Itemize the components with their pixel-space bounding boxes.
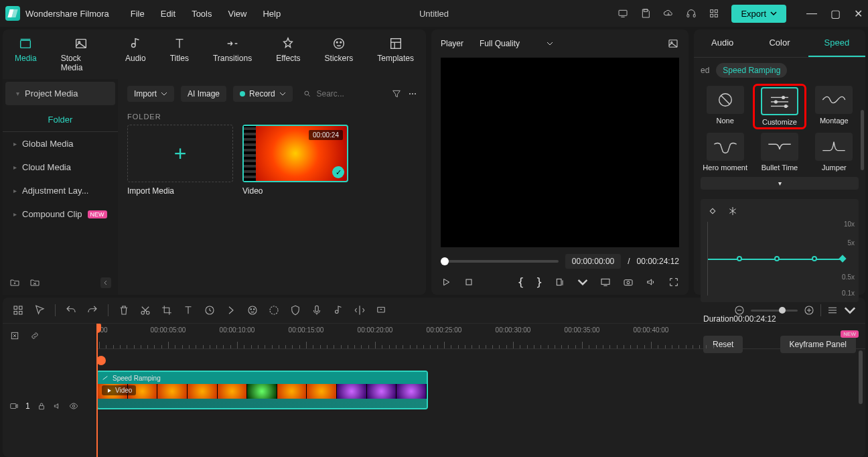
marker-icon[interactable] (375, 304, 387, 316)
minimize-button[interactable]: — (806, 7, 817, 20)
tab-titles[interactable]: Titles (158, 34, 201, 75)
sub-tab-trail[interactable]: ed (701, 66, 709, 75)
menu-file[interactable]: File (131, 9, 145, 19)
lock-icon[interactable] (37, 401, 46, 411)
scrub-thumb[interactable] (441, 257, 449, 265)
ramp-node[interactable] (737, 256, 742, 261)
mic-icon[interactable] (311, 304, 323, 316)
fullscreen-icon[interactable] (668, 277, 679, 287)
scrollbar[interactable] (861, 110, 864, 170)
visibility-icon[interactable] (69, 401, 78, 411)
expand-presets[interactable]: ▾ (701, 177, 859, 190)
undo-icon[interactable] (65, 304, 77, 316)
stop-button[interactable] (463, 277, 474, 287)
headphones-icon[interactable] (686, 8, 697, 19)
screen-icon[interactable] (618, 8, 628, 19)
quality-select[interactable]: Full Quality (473, 36, 560, 51)
delete-icon[interactable] (118, 304, 130, 316)
sidebar-project-media[interactable]: ▾Project Media (5, 82, 115, 105)
preset-montage[interactable]: Montage (810, 86, 859, 127)
tab-stock-media[interactable]: Stock Media (49, 34, 113, 75)
delete-folder-icon[interactable] (29, 277, 40, 288)
tab-stickers[interactable]: Stickers (313, 34, 366, 75)
mark-out-button[interactable]: } (536, 275, 542, 288)
timeline-tracks[interactable]: 00:0000:00:05:0000:00:10:0000:00:15:0000… (96, 324, 865, 457)
link-icon[interactable] (29, 330, 40, 341)
mark-in-button[interactable]: { (518, 275, 524, 288)
collapse-sidebar-icon[interactable] (100, 277, 111, 288)
tab-effects[interactable]: Effects (264, 34, 312, 75)
menu-view[interactable]: View (228, 9, 246, 19)
more-tools-icon[interactable] (225, 304, 237, 316)
apps-icon[interactable] (709, 8, 719, 19)
play-button[interactable] (441, 277, 451, 287)
cut-icon[interactable] (139, 304, 151, 316)
preview-viewport[interactable] (441, 58, 679, 247)
ai-icon[interactable] (246, 304, 259, 316)
freeze-frame-icon[interactable] (727, 206, 738, 216)
ruler[interactable]: 00:0000:00:05:0000:00:10:0000:00:15:0000… (96, 324, 865, 349)
sidebar-adjustment-layer[interactable]: ▸Adjustment Lay... (3, 179, 118, 202)
sidebar-global-media[interactable]: ▸Global Media (3, 132, 118, 155)
redo-icon[interactable] (86, 304, 98, 316)
import-button[interactable]: Import (127, 86, 174, 102)
tab-speed-inspector[interactable]: Speed (808, 29, 865, 57)
display-icon[interactable] (600, 277, 611, 287)
speed-icon[interactable] (204, 304, 216, 316)
more-icon[interactable]: ⋯ (409, 89, 417, 99)
chevron-down-icon[interactable] (577, 277, 588, 287)
search-input[interactable] (316, 89, 384, 99)
menu-tools[interactable]: Tools (192, 9, 212, 19)
mute-icon[interactable] (53, 401, 62, 411)
ramp-node[interactable] (812, 256, 817, 261)
scrubber[interactable]: 00:00:00:00 / 00:00:24:12 (441, 254, 679, 269)
sidebar-cloud-media[interactable]: ▸Cloud Media (3, 155, 118, 179)
playhead-marker-icon[interactable] (96, 356, 106, 365)
preset-hero-moment[interactable]: Hero moment (701, 133, 749, 172)
sidebar-compound-clip[interactable]: ▸Compound ClipNEW (3, 202, 118, 226)
tab-templates[interactable]: Templates (365, 34, 426, 75)
music-icon[interactable] (332, 304, 344, 316)
camera-icon[interactable] (623, 277, 634, 287)
save-icon[interactable] (640, 8, 651, 19)
volume-icon[interactable] (646, 277, 656, 287)
zoom-slider[interactable] (751, 310, 798, 312)
split-icon[interactable] (354, 304, 366, 316)
tab-transitions[interactable]: Transitions (201, 34, 264, 75)
color-wheel-icon[interactable] (268, 304, 280, 316)
menu-help[interactable]: Help (263, 9, 281, 19)
snapshot-icon[interactable] (667, 38, 679, 50)
grid-icon[interactable] (12, 304, 24, 316)
fit-icon[interactable] (9, 330, 20, 341)
preset-jumper[interactable]: Jumper (810, 133, 859, 172)
tab-color-inspector[interactable]: Color (751, 29, 808, 57)
close-button[interactable]: ✕ (854, 7, 863, 20)
video-clip[interactable]: Speed Ramping Video (96, 371, 428, 409)
scrollbar[interactable] (859, 350, 863, 404)
ai-image-button[interactable]: AI Image (181, 86, 226, 102)
keyframe-toggle-icon[interactable] (707, 206, 718, 216)
filter-icon[interactable] (391, 88, 402, 99)
sub-tab-speed-ramping[interactable]: Speed Ramping (716, 63, 787, 78)
export-button[interactable]: Export (731, 5, 786, 23)
preset-bullet-time[interactable]: Bullet Time (755, 133, 804, 172)
ramp-end-node[interactable] (839, 255, 846, 262)
playhead[interactable] (96, 324, 98, 457)
maximize-button[interactable]: ▢ (830, 7, 841, 20)
cursor-icon[interactable] (33, 304, 46, 316)
import-media-tile[interactable]: + Import Media (127, 125, 233, 196)
shield-icon[interactable] (289, 304, 301, 316)
crop-icon[interactable] (555, 277, 565, 287)
tab-audio[interactable]: Audio (113, 34, 158, 75)
ramp-graph[interactable]: 10x 5x 0.5x 0.1x (707, 222, 852, 296)
tab-audio-inspector[interactable]: Audio (694, 29, 751, 57)
crop-tool-icon[interactable] (161, 304, 173, 316)
menu-edit[interactable]: Edit (161, 9, 175, 19)
preset-none[interactable]: None (701, 86, 749, 127)
text-icon[interactable] (182, 304, 194, 316)
sidebar-folder[interactable]: Folder (3, 108, 118, 132)
tab-media[interactable]: Media (3, 34, 49, 75)
record-button[interactable]: Record (233, 86, 293, 102)
preset-customize[interactable]: Customize (755, 86, 804, 127)
new-folder-icon[interactable] (9, 277, 20, 288)
